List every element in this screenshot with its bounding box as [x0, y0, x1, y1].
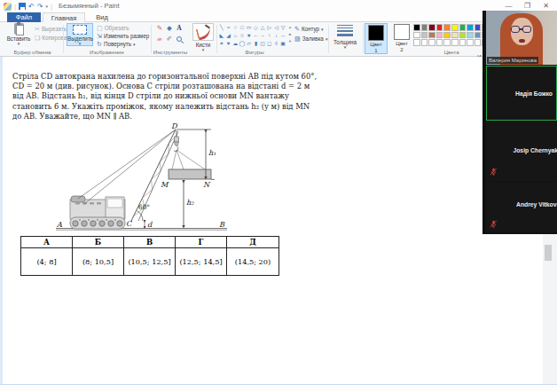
- shape-icon[interactable]: ♥: [225, 40, 232, 48]
- palette-swatch[interactable]: [475, 39, 482, 46]
- palette-swatch[interactable]: [451, 39, 459, 46]
- palette-swatch[interactable]: [475, 24, 482, 31]
- thickness-button[interactable]: Толщина ▾: [331, 23, 359, 49]
- tab-view[interactable]: Вид: [87, 12, 117, 22]
- palette-swatch[interactable]: [467, 39, 474, 46]
- palette-swatch[interactable]: [421, 32, 428, 39]
- crop-button[interactable]: ▢ Обрезать: [97, 24, 129, 32]
- palette-swatch[interactable]: [413, 24, 420, 31]
- shape-icon[interactable]: ▽: [279, 24, 286, 32]
- outline-icon: ✎: [294, 26, 300, 33]
- shape-icon[interactable]: △: [259, 24, 266, 32]
- title-bar: | ↶ ↷ ▾ | Безымянный - Paint — ❐ ✕: [0, 0, 557, 12]
- palette-swatch[interactable]: [428, 24, 435, 31]
- brushes-button[interactable]: Кисти ▾: [192, 23, 215, 51]
- shape-icon[interactable]: ◇: [252, 24, 259, 32]
- palette-swatch[interactable]: [436, 24, 443, 31]
- shape-icon[interactable]: ◊: [273, 40, 280, 48]
- palette-swatch[interactable]: [413, 32, 420, 39]
- rotate-button[interactable]: ↻ Повернуть ▾: [97, 40, 136, 48]
- shape-icon[interactable]: ↑: [266, 32, 273, 40]
- shape-icon[interactable]: ⌂: [231, 32, 239, 40]
- palette-swatch[interactable]: [421, 24, 428, 31]
- shape-icon[interactable]: ★: [246, 32, 253, 40]
- palette-swatch[interactable]: [443, 39, 451, 46]
- undo-icon[interactable]: ↶: [28, 3, 35, 11]
- palette-swatch[interactable]: [451, 24, 459, 31]
- color1-button[interactable]: Цвет 1: [365, 23, 388, 54]
- color2-button[interactable]: Цвет 2: [390, 23, 413, 52]
- video-call-window[interactable]: Валерия Маринова Надія Божко Josip Chern…: [482, 11, 557, 234]
- fill-button[interactable]: ▨ Заливка ▾: [294, 35, 327, 43]
- palette-swatch[interactable]: [436, 32, 443, 39]
- palette-swatch[interactable]: [421, 39, 428, 46]
- shape-icon[interactable]: ▱: [246, 40, 253, 48]
- palette-swatch[interactable]: [428, 39, 435, 46]
- save-icon[interactable]: [19, 3, 26, 10]
- figure-label-C: C: [126, 219, 132, 228]
- eraser-tool-icon[interactable]: ▰: [155, 35, 164, 43]
- glasses: [522, 26, 531, 33]
- palette-swatch[interactable]: [467, 24, 474, 31]
- shape-icon[interactable]: ▮: [252, 40, 259, 48]
- magnifier-tool-icon[interactable]: [177, 36, 182, 42]
- palette-swatch[interactable]: [467, 32, 474, 39]
- palette-swatch[interactable]: [413, 39, 420, 46]
- paste-button[interactable]: Вставить ▾: [4, 23, 33, 45]
- separator: |: [51, 3, 52, 11]
- palette-swatch[interactable]: [459, 32, 467, 39]
- video-tile[interactable]: Andrey Vitkovski: [486, 182, 557, 232]
- shape-icon[interactable]: ☆: [239, 32, 246, 40]
- shape-icon[interactable]: ◫: [259, 40, 266, 48]
- palette-swatch[interactable]: [443, 32, 451, 39]
- tab-file[interactable]: Файл: [7, 12, 41, 22]
- video-tile-speaker[interactable]: Валерия Маринова: [486, 11, 557, 65]
- palette-swatch[interactable]: [459, 39, 467, 46]
- shape-icon[interactable]: ▷: [266, 24, 273, 32]
- shape-icon[interactable]: ◻: [266, 40, 273, 48]
- shape-icon[interactable]: □: [239, 24, 246, 32]
- shape-icon[interactable]: ✶: [218, 40, 225, 48]
- shape-icon[interactable]: ◁: [273, 24, 280, 32]
- group-shapes: ╲≈○□▭◇△▷◁▽◣◢⌂☆★←→↑↓↔✶♥☁◯▱▮◫◻◊▣ ▲■▼ ✎ Кон…: [217, 22, 327, 56]
- fill-tool-icon[interactable]: ◆: [165, 24, 174, 33]
- shape-icon[interactable]: ◣: [218, 32, 225, 40]
- shape-icon[interactable]: ◢: [225, 32, 232, 40]
- video-tile[interactable]: Josip Chernyakov: [486, 122, 557, 181]
- outline-button[interactable]: ✎ Контур ▾: [294, 25, 324, 33]
- palette-swatch[interactable]: [459, 24, 467, 31]
- video-tile-active[interactable]: Надія Божко: [486, 66, 557, 121]
- participant-name: Надія Божко: [515, 90, 553, 97]
- shape-icon[interactable]: ▭: [246, 24, 253, 32]
- palette-swatch[interactable]: [443, 24, 451, 31]
- redo-icon[interactable]: ↷: [37, 3, 43, 11]
- shape-icon[interactable]: ≈: [225, 24, 232, 32]
- cut-button[interactable]: ✂ Вырезать: [35, 25, 67, 33]
- shape-icon[interactable]: ☁: [231, 40, 239, 48]
- tab-home[interactable]: Главная: [43, 12, 85, 22]
- resize-button[interactable]: ⇲ Изменить размер: [97, 32, 149, 40]
- palette-swatch[interactable]: [428, 32, 435, 39]
- shape-icon[interactable]: →: [259, 32, 266, 40]
- group-brushes: Кисти ▾: [189, 22, 216, 56]
- select-button[interactable]: Выделить ▾: [67, 23, 93, 46]
- shape-icon[interactable]: ╲: [218, 24, 225, 32]
- table-value: (4; 8]: [21, 248, 73, 275]
- shape-icon[interactable]: ▣: [279, 40, 286, 48]
- group-thickness: Толщина ▾: [329, 22, 362, 56]
- shape-icon[interactable]: ↔: [279, 32, 286, 40]
- shape-icon[interactable]: ◯: [239, 40, 246, 48]
- text-tool-icon[interactable]: A: [175, 24, 184, 33]
- palette-swatch[interactable]: [475, 32, 482, 39]
- color-picker-tool-icon[interactable]: ✐: [165, 35, 174, 43]
- palette-swatch[interactable]: [436, 39, 443, 46]
- shape-icon[interactable]: ←: [252, 32, 259, 40]
- pencil-tool-icon[interactable]: ✎: [155, 24, 164, 33]
- shape-icon[interactable]: ↓: [273, 32, 280, 40]
- shapes-scrollbar[interactable]: ▲■▼: [287, 24, 293, 48]
- shape-icon[interactable]: ○: [231, 24, 239, 32]
- palette-swatch[interactable]: [451, 32, 459, 39]
- vertical-scrollbar-thumb[interactable]: [545, 245, 552, 261]
- window-border-bottom: [0, 384, 557, 392]
- qat-dropdown-icon[interactable]: ▾: [45, 4, 48, 9]
